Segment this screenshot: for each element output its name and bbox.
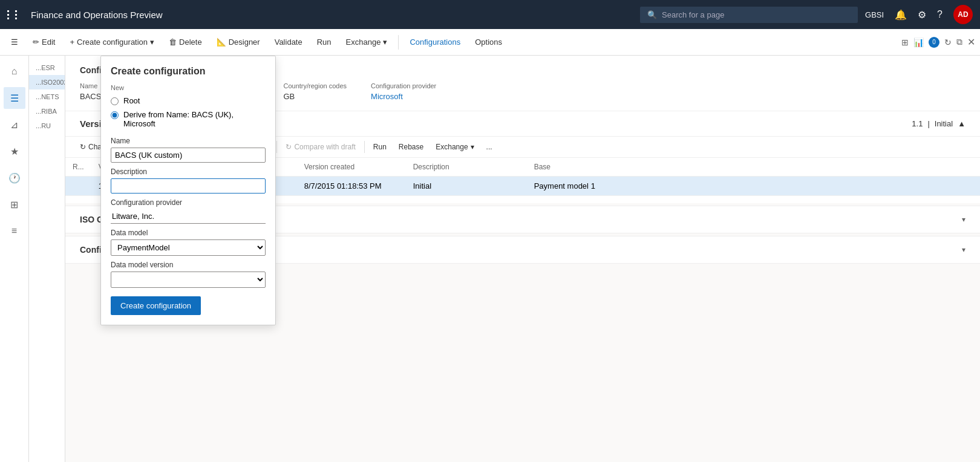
sidebar-item-modules[interactable]: ≡ (4, 220, 25, 242)
panel-esr[interactable]: ...ESR (29, 60, 65, 75)
sidebar-item-nav[interactable]: ☰ (4, 87, 25, 109)
data-model-select[interactable]: PaymentModel (111, 239, 266, 256)
validate-btn[interactable]: Validate (269, 35, 309, 49)
versions-exchange-btn[interactable]: Exchange ▾ (431, 140, 479, 154)
name-field[interactable] (111, 148, 266, 163)
cell-base: Payment model 1 (527, 177, 980, 196)
restore-icon[interactable]: ⧉ (956, 37, 962, 47)
compare-draft-btn[interactable]: ↻ Compare with draft (281, 140, 360, 154)
radio-derive-input[interactable] (111, 111, 119, 119)
radio-derive[interactable]: Derive from Name: BACS (UK), Microsoft (111, 110, 266, 128)
toolbar2-right-icons: ⊞ 📊 0 ↻ ⧉ ✕ (901, 36, 975, 48)
config-country-label: Country/region codes (283, 82, 347, 89)
toolbar2: ☰ ✏ Edit + Create configuration ▾ 🗑 Dele… (0, 29, 980, 56)
notification-icon[interactable]: 🔔 (895, 9, 907, 21)
designer-icon: 📐 (217, 37, 226, 47)
search-bar[interactable]: 🔍 (640, 7, 858, 23)
designer-btn[interactable]: 📐 Designer (211, 35, 266, 49)
radio-root-label: Root (123, 96, 140, 105)
col-base: Base (527, 158, 980, 177)
options-tab[interactable]: Options (469, 35, 508, 49)
versions-badge-version: 1.1 (912, 119, 923, 128)
compare-label: Compare with draft (294, 143, 355, 151)
configurations-label: Configurations (410, 37, 460, 47)
iso-chevron-icon: ▾ (962, 215, 965, 224)
configurations-tab[interactable]: Configurations (403, 35, 466, 49)
col-created: Version created (297, 158, 406, 177)
panel-iso20022[interactable]: ...ISO20022 (29, 75, 65, 89)
versions-badge-status: Initial (935, 119, 953, 128)
sidebar-item-filter[interactable]: ⊿ (4, 114, 25, 135)
user-label: GBSI (865, 10, 884, 19)
sidebar: ⌂ ☰ ⊿ ★ 🕐 ⊞ ≡ (0, 56, 29, 462)
base-link[interactable]: Payment model (534, 181, 589, 190)
base-version: 1 (591, 181, 595, 190)
designer-label: Designer (229, 37, 260, 47)
versions-exchange-label: Exchange (436, 143, 468, 151)
exchange-chevron-icon: ▾ (383, 37, 387, 47)
vtb-sep3 (276, 141, 277, 153)
chevron-down-icon: ▾ (150, 37, 154, 47)
delete-btn[interactable]: 🗑 Delete (163, 35, 208, 49)
panel-title: Create configuration (111, 66, 266, 77)
rebase-btn[interactable]: Rebase (394, 140, 428, 154)
provider-field: Litware, Inc. (111, 209, 266, 224)
radio-derive-label: Derive from Name: BACS (UK), Microsoft (123, 110, 266, 128)
name-label: Name (111, 137, 266, 145)
radio-root[interactable]: Root (111, 96, 266, 105)
create-configuration-submit-btn[interactable]: Create configuration (111, 296, 201, 315)
radio-group: Root Derive from Name: BACS (UK), Micros… (111, 96, 266, 128)
config-provider-link[interactable]: Microsoft (371, 92, 436, 101)
versions-divider: | (927, 119, 929, 128)
run-btn[interactable]: Run (311, 35, 338, 49)
settings-icon[interactable]: ⚙ (918, 9, 926, 21)
badge-count: 0 (929, 37, 939, 48)
partial-panel: ...ESR ...ISO20022 ...NETS ...RIBA ...RU (29, 56, 65, 462)
versions-more-btn[interactable]: ... (482, 140, 497, 154)
compare-icon: ↻ (286, 143, 292, 151)
refresh-icon[interactable]: ↻ (944, 37, 952, 47)
main-layout: ⌂ ☰ ⊿ ★ 🕐 ⊞ ≡ Create configuration New R… (0, 56, 980, 462)
avatar[interactable]: AD (953, 5, 973, 24)
col-desc: Description (406, 158, 527, 177)
app-title: Finance and Operations Preview (31, 10, 633, 20)
columns-icon[interactable]: 📊 (913, 37, 924, 47)
content-area: Create configuration New Root Derive fro… (29, 56, 980, 462)
description-field[interactable] (111, 178, 266, 194)
run-label: Run (317, 37, 332, 47)
topbar: Finance and Operations Preview 🔍 GBSI 🔔 … (0, 0, 980, 29)
help-icon[interactable]: ? (937, 9, 942, 20)
exchange-btn[interactable]: Exchange ▾ (340, 35, 394, 49)
create-configuration-btn[interactable]: + Create configuration ▾ (64, 35, 160, 49)
col-r: R... (65, 158, 91, 177)
data-model-label: Data model (111, 229, 266, 237)
cell-r (65, 177, 91, 196)
sidebar-item-workspaces[interactable]: ⊞ (4, 194, 25, 215)
data-model-version-select[interactable] (111, 272, 266, 288)
sidebar-toggle-btn[interactable]: ☰ (5, 35, 24, 49)
options-label: Options (475, 37, 502, 47)
sidebar-item-recent[interactable]: 🕐 (4, 167, 25, 189)
cell-description: Initial (406, 177, 527, 196)
filter-icon[interactable]: ⊞ (901, 37, 909, 47)
create-configuration-panel: Create configuration New Root Derive fro… (100, 56, 276, 325)
topbar-icons: GBSI 🔔 ⚙ ? AD (865, 5, 973, 24)
search-input[interactable] (662, 10, 851, 19)
sidebar-item-home[interactable]: ⌂ (4, 60, 25, 82)
panel-ru[interactable]: ...RU (29, 119, 65, 133)
panel-riba[interactable]: ...RIBA (29, 104, 65, 119)
versions-exchange-chevron: ▾ (471, 143, 474, 151)
radio-root-input[interactable] (111, 97, 119, 105)
provider-label: Configuration provider (111, 198, 266, 207)
grid-menu-icon[interactable] (7, 10, 21, 19)
config-provider-field: Configuration provider Microsoft (371, 82, 436, 101)
versions-run-label: Run (373, 143, 387, 151)
edit-btn[interactable]: ✏ Edit (27, 35, 61, 49)
versions-collapse-icon[interactable]: ▲ (958, 119, 965, 128)
config-country-value: GB (283, 92, 347, 101)
versions-run-btn[interactable]: Run (368, 140, 391, 154)
sidebar-item-favorites[interactable]: ★ (4, 140, 25, 162)
panel-nets[interactable]: ...NETS (29, 89, 65, 104)
edit-label: Edit (42, 37, 55, 47)
close-icon[interactable]: ✕ (967, 36, 975, 48)
